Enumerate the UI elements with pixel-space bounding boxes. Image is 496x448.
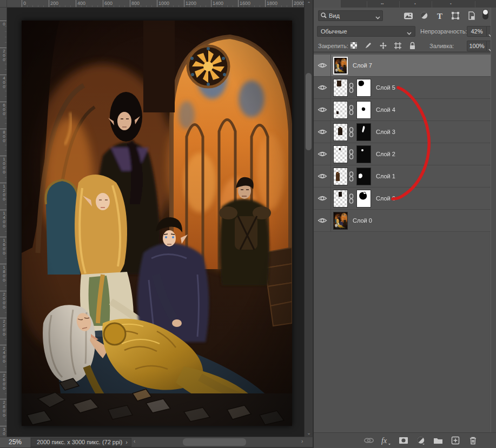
shape-filter-icon[interactable] — [450, 11, 461, 21]
blend-mode-value: Обычные — [321, 28, 347, 35]
lock-label: Закрепить: — [318, 41, 348, 51]
pasteboard — [7, 8, 304, 437]
svg-text:T: T — [437, 12, 442, 20]
lock-transparency-icon[interactable] — [348, 41, 359, 50]
layer-row-слой-3[interactable]: Слой 3 — [314, 121, 491, 143]
new-adjustment-layer-button[interactable] — [415, 434, 427, 446]
layer-list: Слой 7 Слой 5 Слой 4 Слой 3 Слой 2 Слой … — [314, 55, 496, 232]
layer-mask-thumbnail[interactable] — [356, 168, 371, 185]
blend-mode-select[interactable]: Обычные — [317, 26, 415, 37]
ruler-corner — [0, 0, 7, 8]
layer-filter-toggle[interactable] — [482, 9, 488, 19]
doc-info-text: 2000 пикс. x 3000 пикс. (72 ppi) — [37, 439, 122, 445]
blend-mode-row: Обычные Непрозрачность: 42% — [314, 24, 496, 39]
opacity-field[interactable]: 42% — [467, 26, 487, 37]
svg-text:fx: fx — [381, 437, 387, 445]
layer-thumbnail[interactable] — [333, 190, 348, 208]
horizontal-scrollbar-thumb[interactable] — [183, 438, 246, 446]
zoom-level-field[interactable]: 25% — [0, 437, 30, 447]
layer-mask-thumbnail[interactable] — [356, 123, 371, 141]
layer-style-fx-button[interactable]: fx — [380, 434, 392, 446]
ruler-left-label: 2000 — [0, 291, 7, 309]
vertical-scrollbar-thumb[interactable] — [306, 73, 312, 150]
layer-thumbnail[interactable] — [333, 101, 348, 119]
ruler-left-label: 1400 — [0, 210, 7, 228]
mask-link-icon — [348, 83, 354, 93]
layer-thumbnail[interactable] — [333, 57, 348, 75]
layer-row-слой-2[interactable]: Слой 2 — [314, 143, 491, 165]
visibility-toggle[interactable] — [314, 210, 331, 231]
layer-thumbnail[interactable] — [333, 123, 348, 141]
fill-field[interactable]: 100% — [467, 41, 487, 51]
ruler-left-label: 1600 — [0, 237, 7, 255]
layer-name: Слой 7 — [353, 62, 372, 69]
add-layer-mask-button[interactable] — [398, 434, 409, 446]
statusbar: 25% 2000 пикс. x 3000 пикс. (72 ppi) › ‹… — [0, 437, 313, 448]
layer-row-слой-4[interactable]: Слой 4 — [314, 99, 491, 121]
status-flyout-icon[interactable]: › — [125, 438, 128, 446]
panel-tabstrip[interactable]: •••• — [314, 0, 496, 8]
ruler-top-label: 1200 — [184, 0, 196, 8]
visibility-toggle[interactable] — [314, 77, 331, 98]
layer-mask-thumbnail[interactable] — [356, 145, 371, 163]
ruler-left-label: 2600 — [0, 372, 7, 390]
ruler-left-label: 3000 — [0, 426, 7, 437]
ruler-left: 0200400600800100012001400160018002000220… — [0, 8, 7, 437]
lock-position-icon[interactable] — [378, 41, 388, 50]
layer-thumbnail[interactable] — [333, 79, 348, 97]
layer-filter-kind-select[interactable]: Вид — [318, 10, 383, 21]
layer-row-слой-0[interactable]: Слой 0 — [314, 210, 491, 232]
lock-pixels-icon[interactable] — [363, 41, 374, 50]
document-info[interactable]: 2000 пикс. x 3000 пикс. (72 ppi) › — [31, 438, 131, 447]
vertical-scrollbar[interactable]: ⌃ ⌄ — [304, 0, 313, 437]
ruler-top-label: 800 — [130, 0, 140, 8]
smart-object-filter-icon[interactable] — [466, 11, 477, 21]
scroll-right-icon[interactable]: › — [301, 438, 303, 444]
ruler-left-label: 2400 — [0, 345, 7, 363]
layer-mask-thumbnail[interactable] — [356, 190, 371, 208]
type-filter-icon[interactable]: T — [434, 11, 445, 21]
ruler-top-label: 1000 — [157, 0, 169, 8]
layer-thumbnail[interactable] — [333, 145, 348, 163]
layer-name: Слой 1 — [376, 173, 395, 179]
layer-row-слой-5[interactable]: Слой 5 — [314, 77, 491, 99]
chevron-down-icon — [375, 14, 380, 17]
scroll-down-icon[interactable]: ⌄ — [305, 429, 313, 437]
layer-mask-thumbnail[interactable] — [356, 101, 371, 119]
scroll-up-icon[interactable]: ⌃ — [305, 0, 313, 8]
chevron-down-icon — [407, 30, 412, 33]
visibility-toggle[interactable] — [314, 165, 331, 187]
ruler-left-label: 600 — [0, 102, 7, 116]
layer-name: Слой 3 — [376, 129, 395, 135]
panel-scrollbar-gutter[interactable] — [491, 8, 496, 432]
adjustment-filter-icon[interactable] — [419, 11, 429, 21]
document-canvas[interactable] — [22, 21, 292, 426]
scroll-left-icon[interactable]: ‹ — [134, 438, 135, 444]
lock-artboard-icon[interactable] — [392, 41, 403, 50]
mask-link-icon — [348, 149, 354, 159]
new-group-button[interactable] — [432, 434, 444, 446]
fill-label: Заливка: — [429, 41, 454, 51]
visibility-toggle[interactable] — [314, 99, 331, 121]
layer-row-слой-7[interactable]: Слой 7 — [314, 55, 491, 77]
visibility-toggle[interactable] — [314, 55, 331, 76]
visibility-toggle[interactable] — [314, 143, 331, 165]
mask-link-icon — [348, 127, 354, 137]
layer-thumbnail[interactable] — [333, 212, 348, 230]
image-filter-icon[interactable] — [403, 11, 414, 21]
opacity-label: Непрозрачность: — [420, 26, 467, 37]
panel-bottom-bar: fx — [314, 432, 496, 448]
link-layers-button[interactable] — [363, 434, 375, 446]
layer-thumbnail[interactable] — [333, 168, 348, 185]
ruler-left-label: 1000 — [0, 156, 7, 174]
new-layer-button[interactable] — [449, 434, 461, 446]
visibility-toggle[interactable] — [314, 188, 331, 209]
delete-layer-button[interactable] — [467, 434, 479, 446]
lock-all-icon[interactable] — [407, 41, 418, 50]
filter-kind-label: Вид — [329, 12, 340, 19]
visibility-toggle[interactable] — [314, 121, 331, 143]
layer-name: Слой 0 — [353, 217, 372, 224]
layer-row-слой-6[interactable]: Слой 6 — [314, 188, 491, 210]
layer-mask-thumbnail[interactable] — [356, 79, 371, 97]
layer-row-слой-1[interactable]: Слой 1 — [314, 165, 491, 188]
